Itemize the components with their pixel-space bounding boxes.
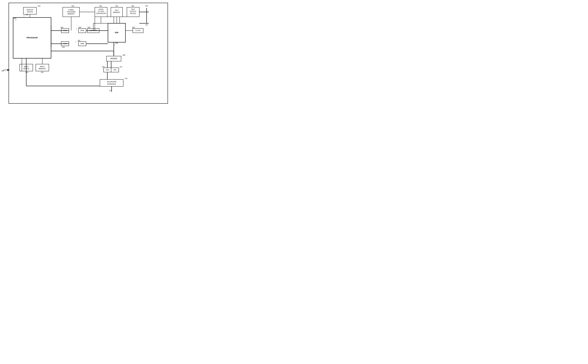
svg-text:OUTPUT: OUTPUT	[130, 11, 136, 12]
svg-text:↙: ↙	[75, 41, 76, 43]
ref-234: 234	[62, 46, 65, 48]
ref-214: 214	[125, 78, 127, 79]
ref-202: 202	[78, 40, 80, 41]
input-memory-label: INPUT	[40, 66, 45, 67]
telephone-label: TELEPHONE	[107, 81, 117, 83]
patent-diagram: 100 → PROCESSOR 200 ↙ DISPLAY DEVICE 218…	[0, 0, 175, 108]
ref-708: 708	[145, 5, 148, 7]
svg-text:DEVICE: DEVICE	[27, 11, 33, 13]
svg-text:↙: ↙	[15, 19, 17, 21]
rom-204-label: ROM	[80, 30, 84, 31]
svg-text:CONVERTER: CONVERTER	[96, 13, 106, 14]
text-output-label: TEXT	[131, 8, 135, 10]
ref-212: 212	[120, 66, 122, 68]
ref-710: 710	[145, 24, 148, 26]
display-device-label: DISPLAY	[27, 9, 33, 11]
ref-224: 224	[41, 72, 43, 73]
svg-text:→: →	[2, 69, 4, 71]
svg-text:MEMORY: MEMORY	[39, 68, 46, 70]
clock-label: CLOCK	[135, 30, 141, 31]
text-memory-label: TEXT	[115, 9, 119, 11]
modem-label: MODEM	[110, 58, 117, 60]
voice-converter-label: VOICE	[99, 8, 103, 10]
ref-210: 210	[102, 66, 104, 68]
ref-702: 702	[99, 5, 102, 7]
ref-228: 228	[132, 26, 135, 28]
ram-202-label: RAM	[80, 43, 84, 45]
email-memory-label: E-MAIL	[68, 9, 74, 11]
ref-704: 704	[115, 5, 118, 7]
svg-text:TO TEXT: TO TEXT	[98, 11, 104, 12]
ref-204: 204	[79, 26, 81, 28]
svg-text:DEVICE: DEVICE	[130, 13, 136, 14]
svg-text:PROGRAM: PROGRAM	[67, 11, 75, 13]
svg-text:MEMORY: MEMORY	[113, 12, 120, 13]
ref-208: 208	[122, 54, 125, 56]
ref-226: 226	[87, 26, 90, 28]
processor-label: PROCESSOR	[27, 37, 38, 39]
svg-text:MEMORY: MEMORY	[67, 13, 75, 15]
svg-text:↙: ↙	[23, 15, 25, 17]
ref-218: 218	[38, 5, 40, 7]
svg-text:INTERFACE: INTERFACE	[107, 83, 116, 85]
ref-220: 220	[72, 5, 74, 7]
svg-text:↙: ↙	[76, 28, 77, 29]
ref-706: 706	[131, 5, 134, 7]
svg-rect-41	[100, 79, 123, 86]
da-label: D/A	[106, 69, 109, 71]
ref-216: 216	[26, 72, 28, 73]
dsp-label: DSP	[115, 32, 119, 34]
svg-text:↙: ↙	[114, 44, 115, 46]
ref-230: 230	[60, 26, 63, 28]
ad-label: A/D	[114, 69, 116, 71]
ref-206: 206	[115, 42, 118, 44]
